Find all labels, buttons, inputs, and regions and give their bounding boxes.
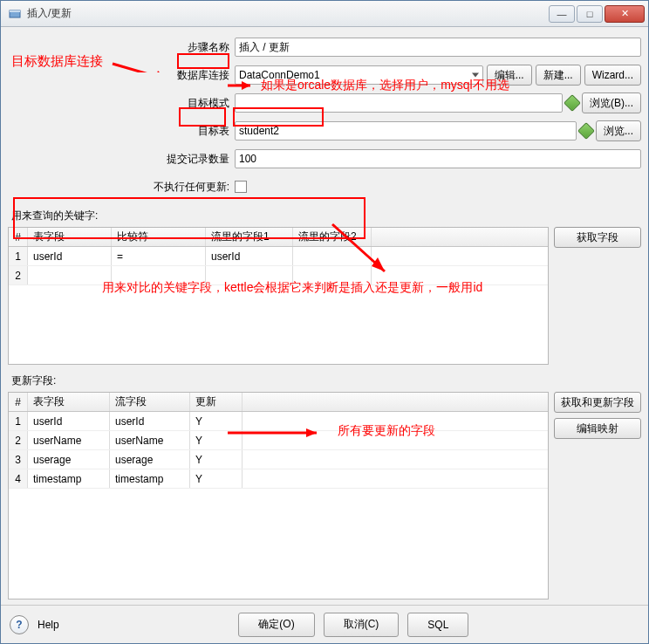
edit-mapping-button[interactable]: 编辑映射 bbox=[554, 418, 641, 439]
db-conn-dropdown[interactable]: DataConnDemo1 bbox=[235, 65, 483, 85]
cell-comparator[interactable] bbox=[112, 266, 206, 284]
update-grid-header: # 表字段 流字段 更新 bbox=[9, 393, 548, 412]
col-stream-field[interactable]: 流字段 bbox=[110, 393, 190, 411]
window-buttons: — □ ✕ bbox=[549, 5, 645, 23]
label-commit-size: 提交记录数量 bbox=[8, 152, 235, 167]
row-target-schema: 目标模式 浏览(B)... bbox=[8, 92, 641, 114]
sql-button[interactable]: SQL bbox=[407, 613, 468, 637]
svg-rect-1 bbox=[10, 10, 20, 12]
minimize-button[interactable]: — bbox=[549, 5, 575, 23]
col-stream2[interactable]: 流里的字段2 bbox=[293, 228, 372, 246]
label-no-update: 不执行任何更新: bbox=[8, 180, 235, 195]
cell-table-field[interactable]: timestamp bbox=[28, 469, 110, 488]
help-label[interactable]: Help bbox=[38, 619, 59, 631]
target-schema-input[interactable] bbox=[235, 93, 563, 113]
row-number: 2 bbox=[9, 431, 28, 449]
no-update-checkbox[interactable] bbox=[235, 181, 247, 193]
col-table-field[interactable]: 表字段 bbox=[28, 393, 110, 411]
db-conn-value: DataConnDemo1 bbox=[239, 69, 320, 81]
ok-button[interactable]: 确定(O) bbox=[238, 613, 314, 637]
help-icon[interactable]: ? bbox=[10, 615, 29, 634]
cancel-button[interactable]: 取消(C) bbox=[324, 613, 400, 637]
cell-update[interactable]: Y bbox=[190, 450, 243, 469]
row-number: 1 bbox=[9, 247, 28, 265]
window-title: 插入/更新 bbox=[27, 6, 549, 21]
cell-table-field[interactable]: userage bbox=[28, 450, 110, 469]
get-update-fields-button[interactable]: 获取和更新字段 bbox=[554, 392, 641, 413]
label-target-table: 目标表 bbox=[8, 124, 235, 139]
edit-button[interactable]: 编辑... bbox=[487, 65, 532, 86]
new-button[interactable]: 新建... bbox=[536, 65, 581, 86]
diamond-icon bbox=[577, 122, 595, 140]
chevron-down-icon bbox=[472, 73, 479, 78]
table-row[interactable]: 1userIduserIdY bbox=[9, 412, 548, 431]
label-target-schema: 目标模式 bbox=[8, 96, 235, 111]
table-row[interactable]: 2 bbox=[9, 266, 548, 285]
browse-button[interactable]: 浏览... bbox=[596, 120, 641, 141]
table-row[interactable]: 3userageuserageY bbox=[9, 450, 548, 469]
keys-grid[interactable]: # 表字段 比较符 流里的字段1 流里的字段2 1userId=userId2 bbox=[8, 227, 549, 365]
dialog-window: 插入/更新 — □ ✕ 步骤名称 数据库连接 DataConnDemo1 编辑.… bbox=[0, 0, 649, 644]
cell-stream2[interactable] bbox=[293, 247, 372, 265]
table-row[interactable]: 1userId=userId bbox=[9, 247, 548, 266]
row-commit-size: 提交记录数量 bbox=[8, 147, 641, 170]
update-table-area: # 表字段 流字段 更新 1userIduserIdY2userNameuser… bbox=[8, 392, 641, 599]
cell-stream-field[interactable]: userName bbox=[110, 431, 190, 449]
commit-size-input[interactable] bbox=[235, 149, 641, 168]
row-number: 2 bbox=[9, 266, 28, 284]
get-fields-button[interactable]: 获取字段 bbox=[554, 227, 641, 248]
row-number: 3 bbox=[9, 450, 28, 469]
row-no-update: 不执行任何更新: bbox=[8, 175, 641, 198]
label-db-conn: 数据库连接 bbox=[8, 68, 235, 83]
col-table-field[interactable]: 表字段 bbox=[28, 228, 112, 246]
row-number: 4 bbox=[9, 469, 28, 488]
wizard-button[interactable]: Wizard... bbox=[584, 65, 641, 86]
update-section-label: 更新字段: bbox=[11, 373, 641, 388]
cell-table-field[interactable] bbox=[28, 266, 112, 284]
cell-table-field[interactable]: userId bbox=[28, 247, 112, 265]
table-row[interactable]: 4timestamptimestampY bbox=[9, 469, 548, 489]
row-step-name: 步骤名称 bbox=[8, 36, 641, 58]
keys-table-area: # 表字段 比较符 流里的字段1 流里的字段2 1userId=userId2 … bbox=[8, 227, 641, 365]
app-icon bbox=[8, 7, 22, 21]
cell-update[interactable]: Y bbox=[190, 469, 243, 488]
row-db-conn: 数据库连接 DataConnDemo1 编辑... 新建... Wizard..… bbox=[8, 64, 641, 86]
content-area: 步骤名称 数据库连接 DataConnDemo1 编辑... 新建... Wiz… bbox=[1, 27, 648, 605]
step-name-input[interactable] bbox=[235, 38, 641, 57]
row-number: 1 bbox=[9, 412, 28, 430]
cell-table-field[interactable]: userId bbox=[28, 412, 110, 430]
cell-comparator[interactable]: = bbox=[112, 247, 206, 265]
col-update[interactable]: 更新 bbox=[190, 393, 243, 411]
keys-grid-header: # 表字段 比较符 流里的字段1 流里的字段2 bbox=[9, 228, 548, 247]
target-table-input[interactable] bbox=[235, 121, 577, 140]
col-stream1[interactable]: 流里的字段1 bbox=[206, 228, 293, 246]
close-button[interactable]: ✕ bbox=[605, 5, 645, 23]
update-side-buttons: 获取和更新字段 编辑映射 bbox=[554, 392, 641, 439]
row-target-table: 目标表 浏览... bbox=[8, 120, 641, 142]
cell-stream1[interactable]: userId bbox=[206, 247, 293, 265]
cell-stream1[interactable] bbox=[206, 266, 293, 284]
col-comparator[interactable]: 比较符 bbox=[112, 228, 206, 246]
cell-stream-field[interactable]: userId bbox=[110, 412, 190, 430]
cell-stream-field[interactable]: userage bbox=[110, 450, 190, 469]
browse-b-button[interactable]: 浏览(B)... bbox=[582, 92, 641, 113]
maximize-button[interactable]: □ bbox=[577, 5, 603, 23]
col-num: # bbox=[9, 393, 28, 411]
cell-update[interactable]: Y bbox=[190, 431, 243, 449]
table-row[interactable]: 2userNameuserNameY bbox=[9, 431, 548, 450]
cell-stream2[interactable] bbox=[293, 266, 372, 284]
cell-update[interactable]: Y bbox=[190, 412, 243, 430]
diamond-icon bbox=[564, 94, 581, 112]
keys-side-buttons: 获取字段 bbox=[554, 227, 641, 248]
bottom-bar: ? Help 确定(O) 取消(C) SQL bbox=[1, 605, 648, 643]
keys-section-label: 用来查询的关键字: bbox=[11, 209, 641, 223]
cell-stream-field[interactable]: timestamp bbox=[110, 469, 190, 488]
update-grid[interactable]: # 表字段 流字段 更新 1userIduserIdY2userNameuser… bbox=[8, 392, 549, 599]
titlebar[interactable]: 插入/更新 — □ ✕ bbox=[1, 1, 648, 27]
label-step-name: 步骤名称 bbox=[8, 40, 235, 55]
col-num: # bbox=[9, 228, 28, 246]
cell-table-field[interactable]: userName bbox=[28, 431, 110, 449]
